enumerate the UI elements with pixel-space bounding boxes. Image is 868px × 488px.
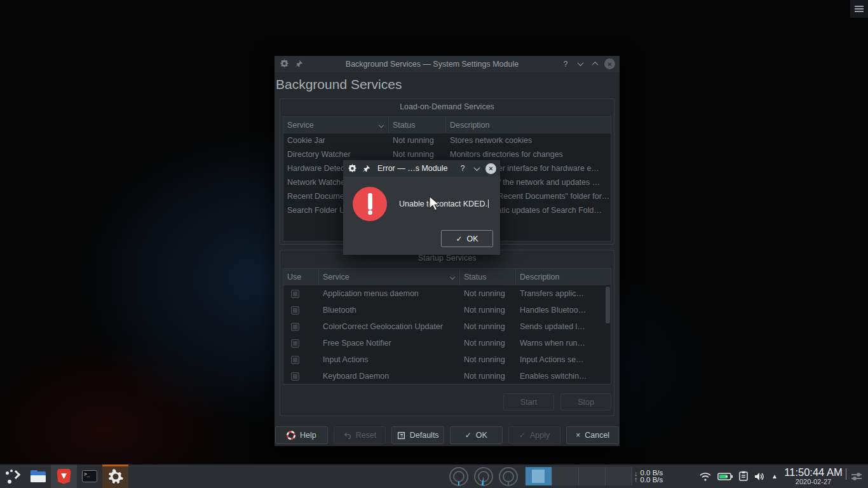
help-button[interactable]: Help	[275, 426, 328, 444]
x-icon: ×	[576, 431, 580, 439]
sort-chevron-icon	[450, 274, 455, 280]
page-title: Background Services	[275, 72, 620, 96]
panel-settings-icon[interactable]	[851, 464, 862, 488]
taskbar-panel: >_ ↓↑ 0.0 B/s 0.0 B/s ▲ 11:50:44 AM 2020…	[0, 464, 868, 488]
col-description[interactable]: Description	[516, 269, 611, 285]
tray-expander-icon[interactable]: ▲	[771, 473, 778, 480]
table-row[interactable]: Cookie Jar Not running Stores network co…	[283, 133, 611, 147]
task-brave-browser[interactable]	[51, 464, 77, 488]
volume-icon[interactable]	[754, 471, 766, 482]
check-icon: ✓	[456, 235, 462, 243]
load-gauge-icon	[473, 466, 494, 487]
defaults-button[interactable]: Defaults	[391, 426, 444, 444]
col-status[interactable]: Status	[460, 269, 516, 285]
system-tray: ▲	[699, 464, 778, 488]
wifi-icon[interactable]	[699, 471, 712, 482]
col-service[interactable]: Service	[283, 117, 389, 133]
download-speed: 0.0 B/s	[641, 470, 663, 477]
app-launcher-button[interactable]	[0, 464, 25, 488]
upload-speed: 0.0 B/s	[641, 477, 663, 484]
desktop-2[interactable]	[552, 467, 579, 485]
table-row[interactable]: Keyboard Daemon Not running Enables swit…	[283, 368, 611, 384]
hamburger-icon	[855, 4, 864, 13]
close-button[interactable]: ×	[604, 58, 615, 69]
table-row[interactable]: Bluetooth Not running Handles Bluetoo…	[283, 302, 611, 318]
table-row[interactable]: Directory Watcher Not running Monitors d…	[283, 147, 611, 161]
reset-button[interactable]: Reset	[334, 426, 386, 444]
table-row[interactable]: Input Actions Not running Input Actions …	[283, 351, 611, 368]
close-button[interactable]: ×	[485, 163, 496, 174]
startup-services-table[interactable]: Use Service Status Description Applicati…	[283, 268, 611, 384]
use-checkbox[interactable]	[291, 306, 299, 315]
stop-button[interactable]: Stop	[560, 393, 611, 410]
error-icon	[353, 187, 387, 221]
col-status[interactable]: Status	[389, 117, 446, 133]
desktop-toolbox-button[interactable]	[850, 0, 868, 18]
gear-icon	[107, 468, 124, 485]
dialog-button-box: Help Reset Defaults ✓ OK ✓ Apply × Cance…	[275, 426, 619, 444]
file-manager-launcher[interactable]	[25, 464, 51, 488]
clock-time: 11:50:44 AM	[780, 467, 846, 478]
table-header[interactable]: Use Service Status Description	[283, 269, 611, 285]
desktop-4[interactable]	[606, 467, 632, 485]
desktop-3[interactable]	[579, 467, 606, 485]
use-checkbox[interactable]	[291, 323, 299, 331]
use-checkbox[interactable]	[291, 372, 299, 381]
ok-button[interactable]: ✓ OK	[450, 426, 503, 444]
load-gauge-icon	[498, 466, 519, 487]
table-row[interactable]: ColorCorrect Geolocation Updater Not run…	[283, 318, 611, 335]
battery-icon[interactable]	[717, 472, 733, 481]
table-row[interactable]: Application menus daemon Not running Tra…	[283, 285, 611, 302]
apply-button[interactable]: ✓ Apply	[508, 426, 561, 444]
sort-chevron-icon	[379, 123, 384, 128]
lifebuoy-icon	[287, 431, 295, 440]
col-service[interactable]: Service	[319, 269, 460, 285]
clock-date: 2020-02-27	[780, 478, 846, 485]
use-checkbox[interactable]	[291, 290, 299, 298]
main-titlebar[interactable]: Background Services — System Settings Mo…	[275, 56, 620, 72]
table-header[interactable]: Service Status Description	[283, 117, 611, 133]
startup-services-group: Startup Services Use Service Status Desc…	[280, 250, 614, 416]
error-dialog: Error — …s Module ? × Unable to contact …	[343, 160, 500, 255]
use-checkbox[interactable]	[291, 339, 299, 348]
pin-icon[interactable]	[294, 59, 304, 69]
start-button[interactable]: Start	[503, 393, 554, 410]
help-titlebar-button[interactable]: ?	[560, 59, 571, 69]
brave-browser-icon	[57, 469, 71, 484]
task-system-settings[interactable]	[102, 464, 128, 488]
window-menu-gear-icon[interactable]	[347, 163, 357, 173]
clipboard-icon[interactable]	[738, 471, 749, 482]
undo-icon	[343, 431, 351, 440]
col-description[interactable]: Description	[446, 117, 611, 133]
cancel-button[interactable]: × Cancel	[566, 426, 619, 444]
table-row[interactable]: Free Space Notifier Not running Warns wh…	[283, 335, 611, 351]
help-titlebar-button[interactable]: ?	[458, 163, 468, 173]
minimize-button[interactable]	[575, 59, 585, 69]
terminal-icon: >_	[82, 470, 97, 482]
task-terminal[interactable]: >_	[77, 464, 102, 488]
mouse-cursor	[428, 196, 441, 212]
col-use[interactable]: Use	[283, 269, 319, 285]
dialog-ok-button[interactable]: ✓ OK	[441, 230, 493, 247]
pin-icon[interactable]	[361, 163, 371, 173]
table-scrollbar[interactable]	[606, 287, 610, 323]
virtual-desktop-pager[interactable]	[526, 467, 632, 485]
minimize-button[interactable]	[471, 163, 482, 173]
digital-clock[interactable]: 11:50:44 AM 2020-02-27	[780, 464, 846, 488]
folder-icon	[31, 470, 46, 482]
dialog-title: Error — …s Module	[375, 164, 454, 173]
desktop-1[interactable]	[526, 467, 552, 485]
text-caret	[488, 200, 489, 208]
load-gauge-icon	[448, 466, 470, 487]
window-menu-gear-icon[interactable]	[279, 59, 289, 69]
maximize-button[interactable]	[590, 59, 600, 69]
system-load-gauges[interactable]	[448, 464, 519, 488]
defaults-icon	[397, 431, 405, 440]
network-speed-widget[interactable]: ↓↑ 0.0 B/s 0.0 B/s	[634, 464, 663, 488]
check-icon: ✓	[519, 431, 526, 439]
panel-separator	[846, 468, 846, 480]
use-checkbox[interactable]	[291, 356, 299, 364]
dialog-titlebar[interactable]: Error — …s Module ? ×	[343, 160, 500, 177]
check-icon: ✓	[465, 431, 471, 439]
load-on-demand-title: Load-on-Demand Services	[280, 99, 614, 115]
